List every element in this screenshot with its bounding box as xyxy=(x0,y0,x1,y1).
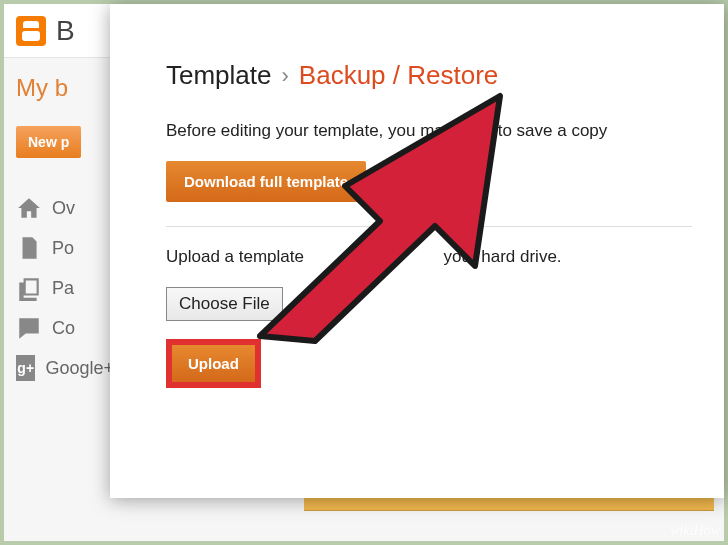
sidebar-item-label: Pa xyxy=(52,278,74,299)
watermark: wikiHow xyxy=(670,523,720,539)
choose-file-button[interactable]: Choose File xyxy=(166,287,283,321)
document-icon xyxy=(16,235,42,261)
sidebar-item-pages[interactable]: Pa xyxy=(16,268,114,308)
info-text-upload: Upload a template your hard drive. xyxy=(166,247,692,267)
sidebar: My b New p Ov Po Pa xyxy=(4,74,114,388)
upload-button[interactable]: Upload xyxy=(172,345,255,382)
backup-restore-modal: Template › Backup / Restore Before editi… xyxy=(110,4,724,498)
comment-icon xyxy=(16,315,42,341)
sidebar-item-posts[interactable]: Po xyxy=(16,228,114,268)
divider xyxy=(166,226,692,227)
chevron-right-icon: › xyxy=(282,63,289,89)
sidebar-item-label: Google+ xyxy=(45,358,114,379)
upload-highlight: Upload xyxy=(166,339,261,388)
sidebar-item-label: Po xyxy=(52,238,74,259)
sidebar-item-label: Co xyxy=(52,318,75,339)
breadcrumb: Template › Backup / Restore xyxy=(166,60,692,91)
my-blogs-heading: My b xyxy=(16,74,114,102)
sidebar-item-googleplus[interactable]: g+ Google+ xyxy=(16,348,114,388)
sidebar-item-label: Ov xyxy=(52,198,75,219)
blogger-logo-icon xyxy=(16,16,46,46)
new-post-button[interactable]: New p xyxy=(16,126,81,158)
googleplus-icon: g+ xyxy=(16,355,35,381)
info-text-save-copy: Before editing your template, you may wa… xyxy=(166,121,692,141)
sidebar-item-comments[interactable]: Co xyxy=(16,308,114,348)
brand-letter: B xyxy=(56,15,75,47)
sidebar-item-overview[interactable]: Ov xyxy=(16,188,114,228)
pages-icon xyxy=(16,275,42,301)
house-icon xyxy=(16,195,42,221)
download-full-template-button[interactable]: Download full template xyxy=(166,161,366,202)
breadcrumb-template[interactable]: Template xyxy=(166,60,272,91)
breadcrumb-backup-restore: Backup / Restore xyxy=(299,60,498,91)
